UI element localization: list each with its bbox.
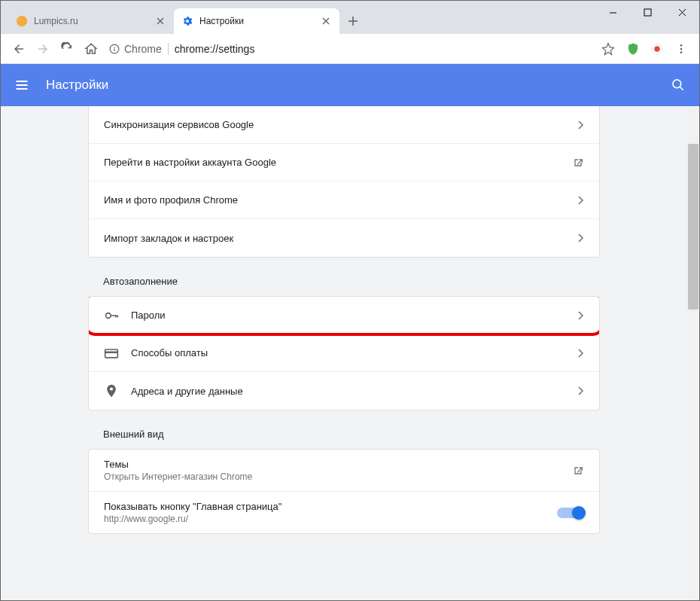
svg-point-15 <box>110 387 113 390</box>
sync-card: Синхронизация сервисов Google Перейти в … <box>88 106 600 258</box>
page-title: Настройки <box>46 78 108 93</box>
row-sublabel: Открыть Интернет-магазин Chrome <box>104 471 252 482</box>
tab-favicon-lumpics <box>16 15 28 27</box>
close-icon[interactable] <box>320 15 332 27</box>
key-icon <box>104 308 119 323</box>
back-button[interactable] <box>7 37 31 61</box>
chevron-right-icon <box>578 196 584 205</box>
new-tab-button[interactable] <box>342 11 364 32</box>
bookmark-star-icon[interactable] <box>601 42 615 56</box>
card-icon <box>104 346 119 361</box>
external-link-icon <box>572 465 584 477</box>
omnibox-url: chrome://settings <box>175 43 255 55</box>
home-button[interactable] <box>79 37 103 61</box>
autofill-card: Пароли Способы оплаты Адреса и другие да… <box>88 296 600 410</box>
svg-point-4 <box>114 46 115 47</box>
row-import[interactable]: Импорт закладок и настроек <box>89 219 599 257</box>
pin-icon <box>104 383 119 398</box>
section-title-autofill: Автозаполнение <box>88 258 600 296</box>
svg-rect-13 <box>105 349 118 358</box>
row-label: Пароли <box>131 310 166 321</box>
toolbar: Chrome chrome://settings <box>1 34 699 64</box>
svg-rect-2 <box>644 9 651 16</box>
scrollbar[interactable] <box>687 106 699 600</box>
svg-point-9 <box>680 47 683 50</box>
row-google-account[interactable]: Перейти в настройки аккаунта Google <box>89 144 599 182</box>
row-sublabel: http://www.google.ru/ <box>104 514 282 524</box>
chevron-right-icon <box>578 121 584 130</box>
svg-point-10 <box>680 51 683 53</box>
content-area: Синхронизация сервисов Google Перейти в … <box>1 106 699 600</box>
reload-button[interactable] <box>55 37 79 61</box>
svg-point-7 <box>654 46 660 52</box>
tab-label: Настройки <box>199 16 244 26</box>
row-label: Показывать кнопку "Главная страница" <box>104 501 282 512</box>
svg-point-8 <box>680 44 683 47</box>
chevron-right-icon <box>578 311 584 320</box>
external-link-icon <box>572 157 584 169</box>
chevron-right-icon <box>578 349 584 358</box>
menu-button[interactable] <box>671 38 692 59</box>
section-title-appearance: Внешний вид <box>88 410 600 449</box>
row-label: Импорт закладок и настроек <box>104 233 233 244</box>
menu-icon[interactable] <box>13 76 31 94</box>
site-info[interactable]: Chrome <box>109 43 169 55</box>
settings-content: Синхронизация сервисов Google Перейти в … <box>1 106 687 600</box>
svg-rect-14 <box>105 351 118 353</box>
chevron-right-icon <box>578 233 584 243</box>
row-label: Имя и фото профиля Chrome <box>104 194 238 206</box>
toggle-home-button[interactable] <box>557 508 584 518</box>
svg-point-1 <box>19 19 20 20</box>
row-label: Адреса и другие данные <box>131 386 243 397</box>
chevron-right-icon <box>578 386 584 395</box>
tab-lumpics[interactable]: Lumpics.ru <box>8 8 174 34</box>
svg-point-0 <box>17 16 27 26</box>
row-themes[interactable]: Темы Открыть Интернет-магазин Chrome <box>89 450 599 492</box>
extension-adblock-icon[interactable] <box>647 38 668 59</box>
svg-rect-5 <box>114 48 114 50</box>
row-label: Темы <box>104 459 252 470</box>
address-bar[interactable]: Chrome chrome://settings <box>109 38 615 60</box>
row-label: Синхронизация сервисов Google <box>104 119 254 130</box>
svg-point-11 <box>673 80 681 88</box>
row-label: Перейти в настройки аккаунта Google <box>104 157 276 168</box>
settings-header: Настройки <box>1 64 699 106</box>
row-sync-services[interactable]: Синхронизация сервисов Google <box>89 106 599 144</box>
row-passwords[interactable]: Пароли <box>89 297 599 334</box>
tab-settings[interactable]: Настройки <box>174 8 339 34</box>
maximize-button[interactable] <box>630 1 665 23</box>
minimize-button[interactable] <box>595 1 630 23</box>
gear-icon <box>181 15 193 27</box>
extension-shield-icon[interactable] <box>622 38 644 59</box>
row-addresses[interactable]: Адреса и другие данные <box>89 372 599 410</box>
row-profile[interactable]: Имя и фото профиля Chrome <box>89 182 599 219</box>
row-label: Способы оплаты <box>131 347 208 358</box>
row-home-button[interactable]: Показывать кнопку "Главная страница" htt… <box>89 492 599 533</box>
appearance-card: Темы Открыть Интернет-магазин Chrome Пок… <box>88 449 600 534</box>
scrollbar-thumb[interactable] <box>688 144 698 310</box>
close-icon[interactable] <box>154 15 166 27</box>
omnibox-prefix: Chrome <box>124 43 162 55</box>
window-controls <box>595 1 699 23</box>
window-titlebar: Lumpics.ru Настройки <box>1 1 699 34</box>
search-button[interactable] <box>669 76 687 94</box>
forward-button[interactable] <box>31 37 55 61</box>
info-icon <box>109 44 120 54</box>
close-button[interactable] <box>665 1 699 23</box>
row-payment[interactable]: Способы оплаты <box>89 334 599 372</box>
svg-point-12 <box>106 313 111 318</box>
tab-strip: Lumpics.ru Настройки <box>1 1 364 34</box>
tab-label: Lumpics.ru <box>34 16 78 26</box>
